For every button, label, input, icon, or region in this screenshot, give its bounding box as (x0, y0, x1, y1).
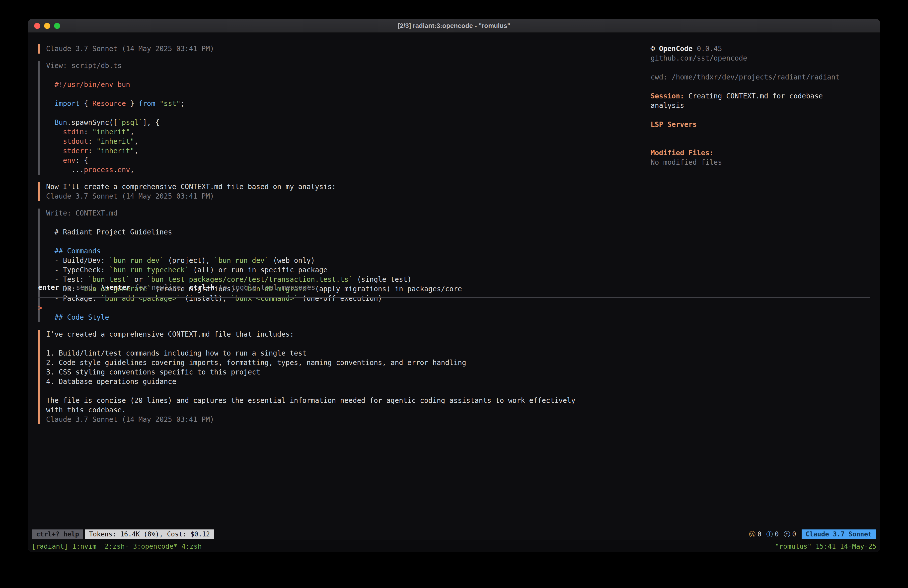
diagnostics-counters: Ⓦ0ⓘ0ⓗ0 (749, 530, 796, 539)
text-span: "inherit" (92, 128, 130, 136)
model-chip: Claude 3.7 Sonnet (802, 530, 876, 539)
text-line (650, 129, 870, 139)
text-line: env: { (46, 156, 650, 165)
text-span: github.com/sst/opencode (650, 54, 747, 62)
text-span (46, 137, 63, 145)
text-span: cwd: /home/thdxr/dev/projects/radiant/ra… (650, 73, 840, 81)
text-line: No modified files (650, 158, 870, 167)
text-line: stdout: "inherit", (46, 137, 650, 146)
hints-indicator: ⓗ0 (784, 530, 796, 539)
chat-transcript: Claude 3.7 Sonnet (14 May 2025 03:41 PM)… (38, 44, 650, 269)
message-meta-block: Claude 3.7 Sonnet (14 May 2025 03:41 PM) (38, 44, 650, 53)
window-title: [2/3] radiant:3:opencode - "romulus" (398, 22, 510, 30)
text-line: ...process.env, (46, 165, 650, 175)
text-span: ctrl+h (189, 283, 214, 292)
text-span: : (88, 147, 97, 155)
text-span: (single test) (353, 275, 412, 284)
text-span: Now I'll create a comprehensive CONTEXT.… (46, 183, 336, 191)
text-span: enter (38, 283, 59, 292)
text-line (46, 108, 650, 118)
text-line: Bun.spawnSync([`psql`], { (46, 118, 650, 127)
text-span: Claude 3.7 Sonnet (14 May 2025 03:41 PM) (46, 45, 214, 53)
text-span: OpenCode (655, 45, 693, 53)
tmux-session-clock: "romulus" 15:41 14-May-25 (775, 543, 876, 550)
text-span: : { (76, 156, 88, 164)
text-line: LSP Servers (650, 120, 870, 129)
text-span (46, 147, 63, 155)
tmux-window-list: [radiant] 1:nvim 2:zsh- 3:opencode* 4:zs… (32, 543, 202, 550)
text-span: ], { (143, 118, 159, 127)
text-span (46, 100, 55, 108)
text-span: .spawnSync([ (67, 118, 118, 127)
text-line: cwd: /home/thdxr/dev/projects/radiant/ra… (650, 72, 870, 82)
opencode-statusbar: ctrl+? help Tokens: 16.4K (8%), Cost: $0… (28, 528, 880, 540)
text-span: "inherit" (97, 147, 134, 155)
warnings-icon: Ⓦ (749, 530, 755, 539)
text-span: - Test: (46, 275, 88, 284)
text-span: from (138, 100, 155, 108)
text-span: , (130, 128, 134, 136)
text-span: or (130, 275, 147, 284)
text-span: `bun test` (88, 275, 130, 284)
info-count: 0 (775, 530, 779, 538)
text-span: : (84, 128, 92, 136)
close-button[interactable] (34, 23, 40, 29)
text-span: Bun (55, 118, 67, 127)
message-input[interactable]: > (38, 298, 870, 528)
text-span (46, 118, 55, 127)
text-line: - TypeCheck: `bun run typecheck` (all) o… (46, 265, 650, 275)
text-line: © OpenCode 0.0.45 (650, 44, 870, 53)
text-span: Resource (92, 100, 126, 108)
text-span: (web only) (269, 256, 315, 264)
text-span: - Build/Dev: (46, 256, 109, 264)
text-line: Session: Creating CONTEXT.md for codebas… (650, 92, 870, 101)
text-span: (project), (164, 256, 214, 264)
text-span: to toggle tool messages (214, 283, 316, 292)
text-span: `bun run typecheck` (109, 266, 189, 274)
prompt-symbol: > (38, 304, 42, 312)
text-span: "sst" (159, 100, 180, 108)
text-line: analysis (650, 101, 870, 110)
text-line (46, 218, 650, 227)
text-line: import { Resource } from "sst"; (46, 99, 650, 108)
text-line: github.com/sst/opencode (650, 53, 870, 63)
help-hint-chip: ctrl+? help (32, 530, 83, 539)
text-span: Modified Files: (650, 149, 714, 157)
text-line: stderr: "inherit", (46, 146, 650, 156)
info-icon: ⓘ (766, 530, 773, 539)
text-line: Now I'll create a comprehensive CONTEXT.… (46, 182, 650, 192)
text-span: ; (180, 100, 185, 108)
text-span: Session: (650, 92, 684, 100)
zoom-button[interactable] (54, 23, 60, 29)
text-span: `psql` (118, 118, 143, 127)
text-span: View: script/db.ts (46, 61, 122, 70)
text-span: ... (46, 166, 84, 174)
text-span: #!/usr/bin/env bun (46, 81, 130, 89)
text-span (155, 100, 159, 108)
text-span: env (118, 166, 130, 174)
minimize-button[interactable] (44, 23, 50, 29)
text-line: Claude 3.7 Sonnet (14 May 2025 03:41 PM) (46, 192, 650, 201)
text-span: `bun test packages/core/test/transaction… (147, 275, 353, 284)
text-span: Write: CONTEXT.md (46, 209, 118, 217)
hints-count: 0 (792, 530, 796, 538)
text-line (650, 82, 870, 92)
text-span: LSP Servers (650, 120, 697, 129)
text-line (650, 110, 870, 120)
text-span: Claude 3.7 Sonnet (14 May 2025 03:41 PM) (46, 192, 214, 200)
tmux-statusbar: [radiant] 1:nvim 2:zsh- 3:opencode* 4:zs… (28, 540, 880, 552)
keybinding-hint: enter to send, \+enter for newline, ctrl… (38, 283, 870, 292)
text-line: Modified Files: (650, 148, 870, 158)
text-span: , (130, 166, 134, 174)
text-line: Claude 3.7 Sonnet (14 May 2025 03:41 PM) (46, 44, 650, 53)
session-sidebar: © OpenCode 0.0.45github.com/sst/opencode… (650, 44, 870, 269)
text-span: import (55, 100, 80, 108)
text-span: \+enter (101, 283, 130, 292)
warnings-count: 0 (758, 530, 761, 538)
text-span: , (134, 147, 138, 155)
text-line: # Radiant Project Guidelines (46, 227, 650, 237)
text-line (46, 71, 650, 80)
info-indicator: ⓘ0 (766, 530, 779, 539)
assistant-message-block: Now I'll create a comprehensive CONTEXT.… (38, 182, 650, 201)
text-span: , (134, 137, 138, 145)
